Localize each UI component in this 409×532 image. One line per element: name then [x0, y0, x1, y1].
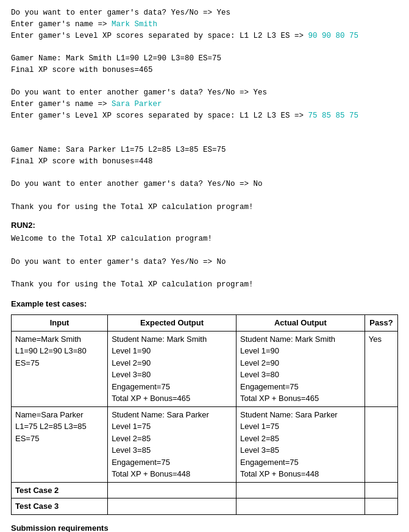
- console-output: Do you want to enter gamer's data? Yes/N…: [11, 7, 398, 213]
- input-name-1: Mark Smith: [112, 20, 157, 29]
- input-cell-4: Test Case 3: [12, 498, 108, 515]
- actual-cell-3: [237, 482, 365, 498]
- input-scores-1: 90 90 80 75: [308, 32, 359, 40]
- table-row: Name=Sara Parker L1=75 L2=85 L3=85 ES=75…: [12, 406, 398, 482]
- pass-cell-3: [365, 482, 397, 498]
- test-cases-table: Input Expected Output Actual Output Pass…: [11, 314, 398, 515]
- col-expected: Expected Output: [108, 315, 237, 332]
- expected-cell-3: [108, 482, 237, 498]
- example-header: Example test cases:: [11, 298, 398, 310]
- expected-cell-4: [108, 498, 237, 515]
- run2-section: RUN2: Welcome to the Total XP calculatio…: [11, 219, 398, 291]
- expected-cell-1: Student Name: Mark Smith Level 1=90 Leve…: [108, 331, 237, 406]
- submission-section: Submission requirements Deliverables inc…: [11, 522, 398, 532]
- example-section: Example test cases: Input Expected Outpu…: [11, 298, 398, 515]
- table-row: Test Case 3: [12, 498, 398, 515]
- run2-prompt: Do you want to enter gamer's data? Yes/N…: [11, 257, 398, 268]
- table-row: Name=Mark Smith L1=90 L2=90 L3=80 ES=75 …: [12, 331, 398, 406]
- console-line-5: Enter gamer's name => Sara Parker: [11, 99, 398, 110]
- input-cell-2: Name=Sara Parker L1=75 L2=85 L3=85 ES=75: [12, 406, 108, 482]
- pass-cell-2: [365, 406, 397, 482]
- console-line-4: Do you want to enter another gamer's dat…: [11, 87, 398, 99]
- expected-cell-2: Student Name: Sara Parker Level 1=75 Lev…: [108, 406, 237, 482]
- run2-console: Welcome to the Total XP calculation prog…: [11, 233, 398, 291]
- run2-header: RUN2:: [11, 219, 398, 232]
- input-cell-3: Test Case 2: [12, 482, 108, 498]
- console-output-name-2: Gamer Name: Sara Parker L1=75 L2=85 L3=8…: [11, 144, 398, 156]
- col-pass: Pass?: [365, 315, 397, 332]
- console-thank-1: Thank you for using the Total XP calcula…: [11, 202, 398, 213]
- console-output-name-1: Gamer Name: Mark Smith L1=90 L2=90 L3=80…: [11, 53, 398, 65]
- console-line-7: Do you want to enter another gamer's dat…: [11, 179, 398, 190]
- console-line-3: Enter gamer's Level XP scores separated …: [11, 30, 398, 42]
- console-output-score-2: Final XP score with bonuses=448: [11, 156, 398, 168]
- col-input: Input: [12, 315, 108, 332]
- console-line-6: Enter gamer's Level XP scores separated …: [11, 110, 398, 122]
- actual-cell-1: Student Name: Mark Smith Level 1=90 Leve…: [237, 331, 365, 406]
- console-line-1: Do you want to enter gamer's data? Yes/N…: [11, 7, 398, 19]
- actual-cell-2: Student Name: Sara Parker Level 1=75 Lev…: [237, 406, 365, 482]
- run2-thank: Thank you for using the Total XP calcula…: [11, 279, 398, 291]
- pass-cell-4: [365, 498, 397, 515]
- actual-cell-4: [237, 498, 365, 515]
- col-actual: Actual Output: [237, 315, 365, 332]
- console-line-2: Enter gamer's name => Mark Smith: [11, 19, 398, 30]
- submission-header: Submission requirements: [11, 522, 398, 532]
- input-name-2: Sara Parker: [112, 100, 162, 108]
- run2-welcome: Welcome to the Total XP calculation prog…: [11, 233, 398, 245]
- input-scores-2: 75 85 85 75: [308, 112, 359, 120]
- console-output-score-1: Final XP score with bonuses=465: [11, 65, 398, 76]
- input-cell-1: Name=Mark Smith L1=90 L2=90 L3=80 ES=75: [12, 331, 108, 406]
- table-row: Test Case 2: [12, 482, 398, 498]
- pass-cell-1: Yes: [365, 331, 397, 406]
